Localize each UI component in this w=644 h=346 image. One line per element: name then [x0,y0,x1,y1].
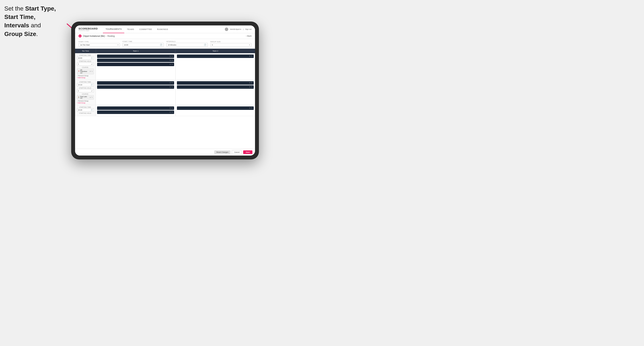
start-time-select[interactable]: 10:00 🕐 [122,43,164,47]
col-team1: Team 1 [96,49,176,53]
player-edit-1-1[interactable]: ✎ [172,55,173,57]
player-edit-3-1[interactable]: ✎ [172,82,173,84]
hole-stepper-2[interactable]: ▴▾ [91,90,93,92]
course-remove-1[interactable]: ✕ [90,70,91,72]
remove-group-1[interactable]: ○ Remove Group [77,75,94,76]
group-row-2: STARTING TIME: 10:10 🕐 STARTING HOLE: 1 … [75,80,255,105]
back-button[interactable]: ‹ Back [246,35,252,37]
player-edit-1-2[interactable]: ✎ [172,59,173,61]
course-edit-1[interactable]: ✎ [92,71,93,72]
add-group-1[interactable]: + Add Group [77,77,94,78]
starting-time-label-1: STARTING TIME: [77,54,94,56]
player-edit-4-1[interactable]: ✎ [251,82,252,84]
player-x-3-2[interactable]: ✕ [170,86,171,88]
player-edit-4-2[interactable]: ✎ [251,86,252,88]
player-x-5-1[interactable]: ✕ [170,107,171,109]
starting-time-value-2: 10:10 [78,84,82,86]
teams-col-1: ✕ ✎ ✕ ✎ ✕ ✎ ✕ [96,53,255,80]
group-size-select[interactable]: 3 ▾ [210,43,252,47]
starting-time-label-3: STARTING TIME: [77,106,94,108]
group-size-group: Group Size 3 ▾ [210,41,252,47]
player-edit-5-2[interactable]: ✎ [172,111,173,113]
starting-hole-input-1[interactable]: 1 ▴▾ [77,62,94,66]
starting-time-input-1[interactable]: 10:00 🕐 [77,56,94,60]
add-group-2[interactable]: + Add Group [77,102,94,104]
reset-changes-button[interactable]: Reset Changes [214,150,230,154]
logo-sub: Powered by clippd [78,30,98,31]
player-x-1-1[interactable]: ✕ [170,55,171,57]
group-size-chevron: ▾ [249,44,250,46]
tournament-title: Clippd Invitational (Me) [83,35,105,37]
start-time-label: Start Time [122,41,164,42]
intervals-clock-icon: 🕐 [204,44,206,46]
starting-hole-label-2: STARTING HOLE: [77,87,94,89]
remove-group-2[interactable]: ○ Remove Group [77,100,94,102]
starting-hole-value-1: 1 [78,63,79,65]
course-remove-2[interactable]: ✕ [90,97,91,98]
player-row-4-2: ✕ ✎ [177,85,254,89]
player-x-6-1[interactable]: ✕ [249,107,250,109]
starting-time-input-2[interactable]: 10:10 🕐 [77,83,94,86]
instruction-line4: Group Size. [4,30,69,38]
starting-time-input-3[interactable]: 10:20 🕐 [77,108,94,112]
intervals-label: Intervals [166,41,208,42]
nav-tab-teams[interactable]: TEAMS [124,25,137,33]
table-header: Tee Time Team 1 Team 2 [75,49,255,53]
instruction-text-intervals: Intervals [4,22,29,29]
sign-out-link[interactable]: Sign out [245,28,252,30]
player-x-2-1[interactable]: ✕ [249,55,250,57]
instruction-text-set: Set the [4,5,25,12]
cancel-button[interactable]: Cancel [232,150,242,154]
group-size-label: Group Size [210,41,252,42]
footer-bar: Reset Changes Cancel Save [75,149,255,156]
player-edit-5-1[interactable]: ✎ [172,107,173,109]
player-x-5-2[interactable]: ✕ [170,111,171,113]
team2-section-3: ✕ ✎ [176,105,255,116]
intervals-select[interactable]: 10 Minutes 🕐 [166,43,208,47]
player-row-5-1: ✕ ✎ [97,106,174,110]
player-x-1-3[interactable]: ✕ [170,64,171,65]
player-row-6-1: ✕ ✎ [177,106,254,110]
nav-tab-tournaments[interactable]: TOURNAMENTS [103,25,124,33]
group-row-1: STARTING TIME: 10:00 🕐 STARTING HOLE: 1 … [75,53,255,80]
start-type-value: 1st Tee Start [80,44,90,46]
remove-group-icon-1: ○ [77,75,78,76]
player-edit-3-2[interactable]: ✎ [172,86,173,88]
starting-time-value-1: 10:00 [78,57,82,59]
time-icon-3: 🕐 [91,109,93,111]
tee-col-2: STARTING TIME: 10:10 🕐 STARTING HOLE: 1 … [75,80,96,105]
player-x-4-2[interactable]: ✕ [249,86,250,88]
nav-tab-committee[interactable]: COMMITTEE [137,25,155,33]
nav-tab-rankings[interactable]: RANKINGS [154,25,171,33]
course-name-2: East Lake GC [80,96,89,99]
save-button[interactable]: Save [243,150,252,154]
player-edit-2-1[interactable]: ✎ [251,55,252,57]
team2-section-2: ✕ ✎ ✕ ✎ [176,80,255,105]
team2-section-1: ✕ ✎ [176,53,255,80]
hole-stepper-1[interactable]: ▴▾ [91,63,93,65]
start-type-chevron: ▾ [118,44,118,46]
player-x-1-2[interactable]: ✕ [170,59,171,61]
settings-row: Start Type 1st Tee Start ▾ Start Time 10… [75,39,255,49]
starting-hole-input-2[interactable]: 1 ▴▾ [77,89,94,92]
course-tag-1: 📍 (A) Peachtree GC ✕ ✎ [77,68,94,74]
start-time-value: 10:00 [124,44,128,46]
player-x-3-1[interactable]: ✕ [170,82,171,84]
instruction-line2: Start Time, [4,13,69,21]
nav-user: blair@clippd.io | Sign out [225,27,252,31]
remove-group-label-1: Remove Group [78,75,88,76]
sub-header: C Clippd Invitational (Me) › Hosting ‹ B… [75,33,255,39]
col-tee-time: Tee Time [75,49,96,53]
tablet-screen: SCOREBOARD Powered by clippd TOURNAMENTS… [75,25,255,156]
start-type-select[interactable]: 1st Tee Start ▾ [78,43,120,47]
teams-col-2: ✕ ✎ ✕ ✎ ✕ ✎ ✕ [96,80,255,105]
instruction-text-start-type: Start Type, [25,5,56,12]
teams-col-3: ✕ ✎ ✕ ✎ ✕ ✎ [96,105,255,116]
course-edit-2[interactable]: ✎ [92,97,93,98]
remove-group-icon-2: ○ [77,100,78,102]
player-x-4-1[interactable]: ✕ [249,82,250,84]
table-content[interactable]: STARTING TIME: 10:00 🕐 STARTING HOLE: 1 … [75,53,255,149]
logo-text: SCOREBOARD [78,27,98,30]
player-edit-6-1[interactable]: ✎ [251,107,252,109]
player-edit-1-3[interactable]: ✎ [172,64,173,65]
